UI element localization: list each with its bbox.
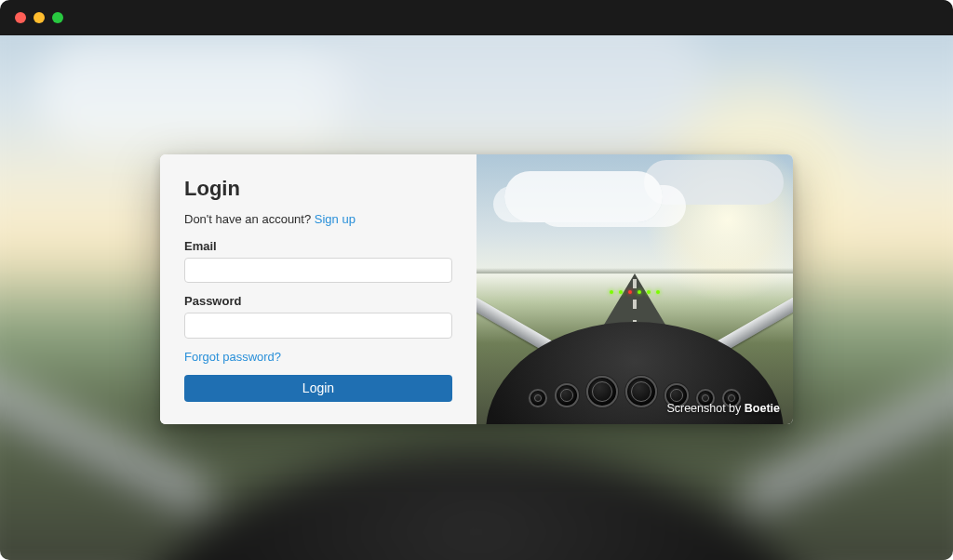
login-title: Login	[184, 177, 452, 201]
page-viewport: Login Don't have an account? Sign up Ema…	[0, 35, 953, 560]
window-minimize-button[interactable]	[34, 12, 45, 23]
signup-prompt-text: Don't have an account?	[184, 212, 315, 226]
card-image-panel: Screenshot by Boetie	[476, 154, 793, 424]
login-form-panel: Login Don't have an account? Sign up Ema…	[160, 154, 476, 424]
email-input[interactable]	[184, 258, 452, 283]
app-window: Login Don't have an account? Sign up Ema…	[0, 0, 953, 560]
screenshot-credit: Screenshot by Boetie	[666, 402, 780, 415]
password-input[interactable]	[184, 313, 452, 338]
window-fullscreen-button[interactable]	[52, 12, 63, 23]
window-controls	[15, 12, 63, 23]
login-button[interactable]: Login	[184, 375, 452, 402]
signup-link[interactable]: Sign up	[315, 212, 356, 226]
password-label: Password	[184, 294, 452, 308]
signup-prompt: Don't have an account? Sign up	[184, 212, 452, 226]
credit-prefix: Screenshot by	[666, 402, 744, 415]
forgot-password-link[interactable]: Forgot password?	[184, 350, 452, 364]
window-close-button[interactable]	[15, 12, 26, 23]
window-titlebar	[0, 0, 953, 35]
login-card: Login Don't have an account? Sign up Ema…	[160, 154, 793, 424]
email-label: Email	[184, 239, 452, 253]
credit-name: Boetie	[745, 402, 780, 415]
